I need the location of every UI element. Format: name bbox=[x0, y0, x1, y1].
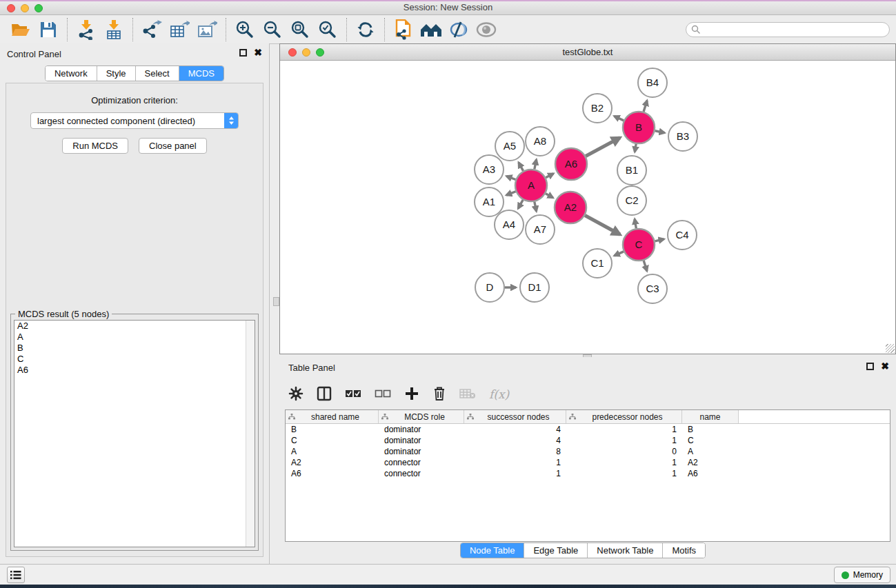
column-button[interactable] bbox=[317, 386, 332, 403]
close-panel-icon[interactable]: ✖ bbox=[254, 49, 262, 57]
table-cell[interactable]: A2 bbox=[682, 458, 739, 467]
select-all-button[interactable] bbox=[345, 389, 361, 400]
table-cell[interactable]: A6 bbox=[682, 469, 739, 478]
show-panel-button[interactable] bbox=[472, 17, 500, 43]
task-history-button[interactable] bbox=[7, 567, 25, 583]
zoom-out-button[interactable] bbox=[259, 17, 286, 43]
node-A5[interactable]: A5 bbox=[495, 132, 524, 161]
table-cell[interactable]: 8 bbox=[464, 447, 566, 456]
tab-select[interactable]: Select bbox=[136, 66, 179, 81]
node-B2[interactable]: B2 bbox=[583, 94, 612, 123]
column-header-predecessor-nodes[interactable]: predecessor nodes bbox=[566, 410, 682, 423]
close-window-button[interactable] bbox=[7, 4, 15, 12]
tab-edge-table[interactable]: Edge Table bbox=[524, 543, 588, 558]
column-header-shared-name[interactable]: shared name bbox=[286, 410, 379, 423]
network-graph[interactable]: B4B2BB3A5A8A6A3B1AA1C2A2A4A7CC4C1C3DD1 bbox=[280, 61, 895, 354]
delete-column-button[interactable] bbox=[432, 386, 446, 403]
table-cell[interactable]: A bbox=[682, 447, 739, 456]
node-A3[interactable]: A3 bbox=[475, 155, 504, 184]
save-session-button[interactable] bbox=[34, 17, 62, 43]
tab-mcds[interactable]: MCDS bbox=[179, 66, 223, 81]
network-window-titlebar[interactable]: testGlobe.txt bbox=[280, 44, 895, 61]
table-cell[interactable]: dominator bbox=[379, 447, 464, 456]
node-A8[interactable]: A8 bbox=[526, 127, 555, 156]
edge-A-A4[interactable] bbox=[518, 200, 523, 209]
edge-B-B2[interactable] bbox=[614, 116, 624, 120]
minimize-network-window-button[interactable] bbox=[302, 48, 310, 57]
network-window-controls[interactable] bbox=[288, 48, 324, 57]
table-cell[interactable]: 1 bbox=[464, 458, 566, 467]
tab-motifs[interactable]: Motifs bbox=[663, 543, 705, 558]
column-header-successor-nodes[interactable]: successor nodes bbox=[464, 410, 566, 423]
edge-A-A3[interactable] bbox=[506, 176, 515, 180]
table-row[interactable]: Cdominator41C bbox=[286, 435, 890, 446]
edge-A2-C[interactable] bbox=[585, 215, 620, 234]
result-list-item[interactable]: A6 bbox=[14, 365, 255, 376]
node-B[interactable]: B bbox=[623, 112, 655, 143]
zoom-fit-button[interactable] bbox=[286, 17, 314, 43]
refresh-button[interactable] bbox=[352, 17, 379, 43]
minimize-window-button[interactable] bbox=[21, 4, 29, 12]
table-cell[interactable]: C bbox=[286, 436, 379, 445]
result-list-scrollbar[interactable] bbox=[246, 321, 255, 547]
node-C1[interactable]: C1 bbox=[583, 249, 612, 278]
node-D1[interactable]: D1 bbox=[520, 273, 549, 302]
table-cell[interactable]: 4 bbox=[464, 436, 566, 445]
result-list-item[interactable]: B bbox=[14, 343, 255, 354]
node-D[interactable]: D bbox=[475, 273, 504, 302]
table-cell[interactable]: 1 bbox=[464, 469, 566, 478]
criterion-dropdown[interactable]: largest connected component (directed) bbox=[30, 112, 239, 129]
close-network-window-button[interactable] bbox=[288, 48, 297, 57]
table-cell[interactable]: A2 bbox=[286, 458, 379, 467]
table-cell[interactable]: 1 bbox=[566, 469, 682, 478]
float-panel-icon[interactable] bbox=[239, 49, 247, 57]
result-list-item[interactable]: A2 bbox=[14, 321, 255, 332]
table-cell[interactable]: 1 bbox=[566, 436, 682, 445]
edge-C-C3[interactable] bbox=[644, 261, 647, 271]
deselect-all-button[interactable] bbox=[375, 389, 391, 400]
node-A2[interactable]: A2 bbox=[555, 192, 586, 223]
table-row[interactable]: Bdominator41B bbox=[286, 424, 890, 435]
edge-B-B1[interactable] bbox=[635, 144, 636, 152]
table-delete-button[interactable] bbox=[459, 388, 476, 401]
table-cell[interactable]: C bbox=[682, 436, 739, 445]
hide-panel-button[interactable] bbox=[445, 17, 472, 43]
export-table-button[interactable] bbox=[166, 17, 193, 43]
float-panel-icon[interactable] bbox=[866, 363, 874, 370]
node-C2[interactable]: C2 bbox=[617, 186, 646, 215]
export-network-button[interactable] bbox=[138, 17, 166, 43]
zoom-selected-button[interactable] bbox=[314, 17, 341, 43]
table-cell[interactable]: 1 bbox=[566, 458, 682, 467]
node-table[interactable]: shared nameMCDS rolesuccessor nodesprede… bbox=[285, 409, 890, 542]
table-cell[interactable]: 0 bbox=[566, 447, 682, 456]
table-cell[interactable]: A bbox=[286, 447, 379, 456]
network-canvas[interactable]: B4B2BB3A5A8A6A3B1AA1C2A2A4A7CC4C1C3DD1 bbox=[280, 61, 895, 354]
add-column-button[interactable] bbox=[404, 386, 419, 403]
search-field[interactable] bbox=[686, 22, 890, 37]
table-row[interactable]: A6connector11A6 bbox=[286, 468, 890, 479]
tab-network[interactable]: Network bbox=[46, 66, 97, 81]
maximize-network-window-button[interactable] bbox=[316, 48, 324, 57]
edge-A-A2[interactable] bbox=[546, 194, 553, 198]
node-C3[interactable]: C3 bbox=[638, 274, 667, 303]
edge-B-B3[interactable] bbox=[655, 131, 665, 133]
edge-C-C1[interactable] bbox=[615, 252, 624, 256]
edge-A-A1[interactable] bbox=[506, 192, 516, 195]
search-input[interactable] bbox=[701, 23, 889, 36]
open-session-button[interactable] bbox=[7, 17, 34, 43]
node-A1[interactable]: A1 bbox=[475, 187, 504, 216]
gear-button[interactable] bbox=[288, 386, 303, 403]
edge-C-C2[interactable] bbox=[635, 219, 636, 229]
node-B1[interactable]: B1 bbox=[617, 156, 646, 185]
window-controls[interactable] bbox=[7, 4, 43, 12]
import-network-button[interactable] bbox=[72, 17, 100, 43]
node-C4[interactable]: C4 bbox=[668, 221, 697, 250]
home-button[interactable] bbox=[417, 17, 445, 43]
close-panel-icon[interactable]: ✖ bbox=[881, 363, 889, 370]
node-C[interactable]: C bbox=[623, 229, 655, 261]
node-A6[interactable]: A6 bbox=[555, 148, 587, 180]
import-table-button[interactable] bbox=[100, 17, 128, 43]
column-header-name[interactable]: name bbox=[682, 410, 739, 423]
table-cell[interactable]: 4 bbox=[464, 425, 566, 434]
node-B4[interactable]: B4 bbox=[638, 68, 667, 97]
